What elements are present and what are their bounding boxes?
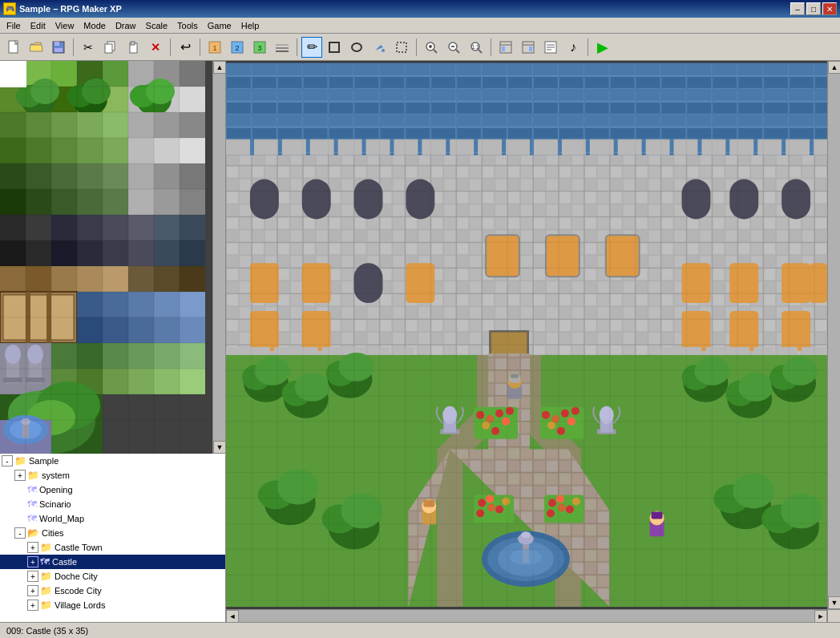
close-button[interactable]: ✕ xyxy=(822,2,837,15)
layer3-button[interactable]: 3 xyxy=(249,37,270,58)
svg-rect-253 xyxy=(781,263,810,303)
menu-view[interactable]: View xyxy=(50,19,79,32)
svg-point-332 xyxy=(738,373,773,402)
map-edit-button[interactable] xyxy=(518,37,539,58)
svg-rect-230 xyxy=(729,139,753,155)
tree-item-castle[interactable]: + 🗺 Castle xyxy=(0,555,225,569)
copy-button[interactable] xyxy=(100,37,121,58)
menu-edit[interactable]: Edit xyxy=(26,19,50,32)
menu-scale[interactable]: Scale xyxy=(141,19,173,32)
svg-rect-227 xyxy=(646,139,670,155)
expand-cities[interactable]: - xyxy=(14,527,26,539)
svg-rect-67 xyxy=(26,112,51,138)
map-scroll-left[interactable]: ◄ xyxy=(226,610,239,622)
minimize-button[interactable]: – xyxy=(790,2,805,15)
menu-file[interactable]: File xyxy=(2,19,26,32)
tree-item-doche[interactable]: + 📁 Doche City xyxy=(0,569,225,583)
expand-castle[interactable]: + xyxy=(27,556,38,567)
map-scroll-down[interactable]: ▼ xyxy=(828,596,840,609)
tree-item-opening[interactable]: 🗺 Opening xyxy=(0,483,225,497)
svg-point-347 xyxy=(781,493,822,528)
undo-button[interactable]: ↩ xyxy=(175,37,196,58)
svg-rect-128 xyxy=(128,292,154,317)
fill-button[interactable] xyxy=(369,37,390,58)
svg-rect-131 xyxy=(77,317,103,343)
map-vscrollbar[interactable]: ▲ ▼ xyxy=(827,61,840,609)
expand-system[interactable]: + xyxy=(14,470,26,481)
titlebar-left: 🎮 Sample – RPG Maker XP xyxy=(3,2,122,15)
new-button[interactable] xyxy=(3,37,24,58)
expand-doche[interactable]: + xyxy=(27,571,38,582)
expand-escode[interactable]: + xyxy=(27,585,38,596)
scroll-corner xyxy=(827,609,840,622)
svg-rect-235 xyxy=(302,180,331,220)
svg-point-295 xyxy=(506,407,514,415)
expand-worldmap[interactable] xyxy=(14,513,26,524)
open-button[interactable] xyxy=(26,37,46,58)
menu-help[interactable]: Help xyxy=(236,19,265,32)
layerall-button[interactable] xyxy=(272,37,293,58)
zoom-out-button[interactable] xyxy=(443,37,464,58)
tree-item-system[interactable]: + 📁 system xyxy=(0,468,225,483)
ellipse-button[interactable] xyxy=(346,37,367,58)
tileset-canvas[interactable] xyxy=(0,61,213,454)
maximize-button[interactable]: □ xyxy=(806,2,821,15)
expand-castletown[interactable]: + xyxy=(27,542,38,553)
layer1-button[interactable]: 1 xyxy=(204,37,225,58)
svg-rect-226 xyxy=(618,139,642,155)
tileset-scroll-down[interactable]: ▼ xyxy=(213,441,225,454)
run-button[interactable]: ▶ xyxy=(592,37,613,58)
map-hscrollbar[interactable]: ◄ ► xyxy=(226,609,827,622)
menu-tools[interactable]: Tools xyxy=(172,19,203,32)
expand-scinario[interactable] xyxy=(14,499,26,510)
menu-mode[interactable]: Mode xyxy=(79,19,111,32)
folder-icon-cities: 📂 xyxy=(27,527,39,539)
tileset-scrollbar[interactable]: ▲ ▼ xyxy=(212,61,225,454)
map-scroll-up[interactable]: ▲ xyxy=(828,61,840,74)
svg-point-299 xyxy=(561,410,569,418)
expand-opening[interactable] xyxy=(14,484,26,495)
tree-item-escode[interactable]: + 📁 Escode City xyxy=(0,583,225,598)
menu-draw[interactable]: Draw xyxy=(111,19,141,32)
cut-button[interactable]: ✂ xyxy=(78,37,99,58)
tree-item-cities[interactable]: - 📂 Cities xyxy=(0,526,225,540)
save-button[interactable] xyxy=(48,37,69,58)
svg-point-306 xyxy=(487,503,495,511)
app-icon: 🎮 xyxy=(3,2,16,15)
tree-label-castletown: Castle Town xyxy=(55,543,103,552)
expand-sample[interactable]: - xyxy=(2,455,13,466)
menu-game[interactable]: Game xyxy=(203,19,236,32)
svg-rect-154 xyxy=(180,369,205,394)
tree-item-castletown[interactable]: + 📁 Castle Town xyxy=(0,540,225,555)
script-button[interactable] xyxy=(540,37,561,58)
layer2-button[interactable]: 2 xyxy=(227,37,248,58)
expand-village[interactable]: + xyxy=(27,600,38,611)
sep1 xyxy=(73,38,74,56)
zoom-in-button[interactable] xyxy=(421,37,442,58)
map-icon-castle: 🗺 xyxy=(40,556,50,567)
audio-button[interactable]: ♪ xyxy=(563,37,584,58)
tree-item-sample[interactable]: - 📁 Sample xyxy=(0,454,225,468)
tree-item-village[interactable]: + 📁 Village Lords xyxy=(0,598,225,612)
svg-rect-220 xyxy=(450,139,474,155)
pencil-button[interactable]: ✏ xyxy=(301,37,322,58)
svg-point-326 xyxy=(339,353,374,382)
sep6 xyxy=(491,38,491,56)
map-scroll-right[interactable]: ► xyxy=(814,610,827,622)
map-panel[interactable]: ▲ ▼ ◄ ► xyxy=(226,61,840,622)
svg-point-309 xyxy=(495,505,503,513)
zoom-reset-button[interactable]: 1:1 xyxy=(466,37,487,58)
map-canvas[interactable] xyxy=(226,61,827,609)
select-button[interactable] xyxy=(391,37,412,58)
tileset-scroll-up[interactable]: ▲ xyxy=(213,61,225,74)
tree-item-worldmap[interactable]: 🗺 World_Map xyxy=(0,511,225,526)
delete-button[interactable]: ✕ xyxy=(145,37,166,58)
rect-button[interactable] xyxy=(324,37,345,58)
tileset-section[interactable]: ▲ ▼ xyxy=(0,61,225,454)
paste-button[interactable] xyxy=(123,37,143,58)
tree-item-scinario[interactable]: 🗺 Scinario xyxy=(0,497,225,511)
svg-rect-151 xyxy=(103,369,128,394)
map-props-button[interactable] xyxy=(495,37,516,58)
svg-point-315 xyxy=(556,495,564,503)
svg-rect-145 xyxy=(103,343,128,369)
